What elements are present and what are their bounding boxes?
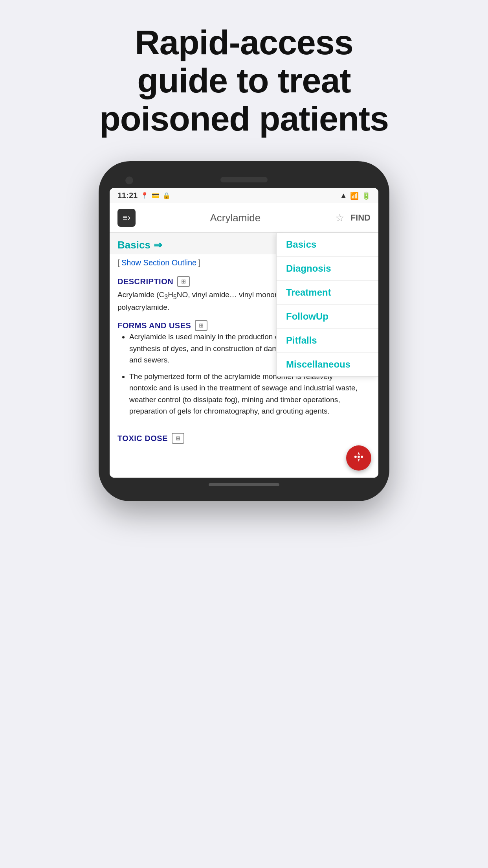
forms-uses-title-text: FORMS AND USES	[117, 321, 191, 330]
home-indicator	[209, 483, 279, 486]
status-time: 11:21	[117, 191, 138, 200]
status-left: 11:21 📍 💳 🔒	[117, 191, 171, 200]
description-title-text: DESCRIPTION	[117, 277, 173, 286]
toxic-dose-title: TOXIC DOSE ⊞	[117, 433, 371, 444]
status-right: ▲ 📶 🔋	[340, 191, 371, 200]
svg-point-1	[354, 456, 357, 458]
status-bar: 11:21 📍 💳 🔒 ▲ 📶 🔋	[110, 188, 378, 203]
content-area: Basics ⇒ Basics Diagnosis Treatment Foll…	[110, 233, 378, 478]
phone-device: 11:21 📍 💳 🔒 ▲ 📶 🔋 ≡›	[99, 161, 389, 501]
app-logo[interactable]: ≡›	[117, 209, 136, 227]
dropdown-item-miscellaneous[interactable]: Miscellaneous	[277, 353, 378, 376]
bracket-close: ]	[198, 258, 201, 267]
bracket-open: [	[117, 258, 120, 267]
page-wrapper: Rapid-access guide to treat poisoned pat…	[0, 0, 488, 868]
battery-icon: 🔋	[362, 191, 371, 200]
svg-point-0	[358, 456, 360, 458]
svg-point-2	[361, 456, 363, 458]
phone-top-bar	[110, 173, 378, 188]
toxic-dose-title-text: TOXIC DOSE	[117, 434, 168, 443]
dropdown-item-basics[interactable]: Basics	[277, 233, 378, 257]
section-title-arrow-icon: ⇒	[154, 239, 162, 251]
description-icon-symbol: ⊞	[181, 278, 186, 285]
forms-uses-icon[interactable]: ⊞	[195, 320, 207, 331]
toxic-dose-icon-symbol: ⊞	[176, 435, 181, 441]
hero-line2: guide to treat	[137, 61, 350, 100]
phone-screen: 11:21 📍 💳 🔒 ▲ 📶 🔋 ≡›	[110, 188, 378, 478]
nav-title: Acrylamide	[136, 212, 335, 224]
phone-outer: 11:21 📍 💳 🔒 ▲ 📶 🔋 ≡›	[99, 161, 389, 501]
app-nav-bar: ≡› Acrylamide ☆ FIND	[110, 203, 378, 233]
section-dropdown-menu: Basics Diagnosis Treatment FollowUp Pitf…	[276, 233, 378, 377]
logo-icon: ≡›	[123, 213, 130, 223]
description-icon[interactable]: ⊞	[177, 276, 190, 287]
bottom-spacer	[110, 446, 378, 478]
dropdown-item-pitfalls[interactable]: Pitfalls	[277, 329, 378, 353]
phone-bottom-bar	[110, 478, 378, 489]
list-item: The polymerized form of the acrylamide m…	[129, 371, 363, 417]
vpn-icon: 🔒	[163, 192, 171, 199]
forms-uses-icon-symbol: ⊞	[199, 322, 204, 329]
hero-text: Rapid-access guide to treat poisoned pat…	[68, 0, 420, 153]
signal-icon: 📶	[350, 191, 359, 200]
toxic-dose-icon[interactable]: ⊞	[172, 433, 184, 444]
dropdown-item-diagnosis[interactable]: Diagnosis	[277, 257, 378, 281]
section-title-text: Basics	[117, 239, 150, 251]
fab-icon	[353, 451, 364, 465]
favorite-star-icon[interactable]: ☆	[335, 212, 344, 224]
dropdown-item-treatment[interactable]: Treatment	[277, 281, 378, 305]
location-dot-icon: 📍	[141, 192, 149, 199]
toxic-dose-section: TOXIC DOSE ⊞	[110, 428, 378, 446]
phone-speaker	[220, 177, 268, 182]
wifi-icon: ▲	[340, 191, 347, 200]
hero-line3: poisoned patients	[99, 99, 389, 138]
hero-line1: Rapid-access	[135, 23, 353, 62]
show-section-outline-link[interactable]: Show Section Outline	[121, 258, 196, 267]
phone-camera	[125, 177, 133, 184]
sim-icon: 💳	[152, 192, 160, 199]
dropdown-item-followup[interactable]: FollowUp	[277, 305, 378, 329]
nav-right-actions: ☆ FIND	[335, 212, 371, 224]
find-button[interactable]: FIND	[350, 213, 371, 223]
